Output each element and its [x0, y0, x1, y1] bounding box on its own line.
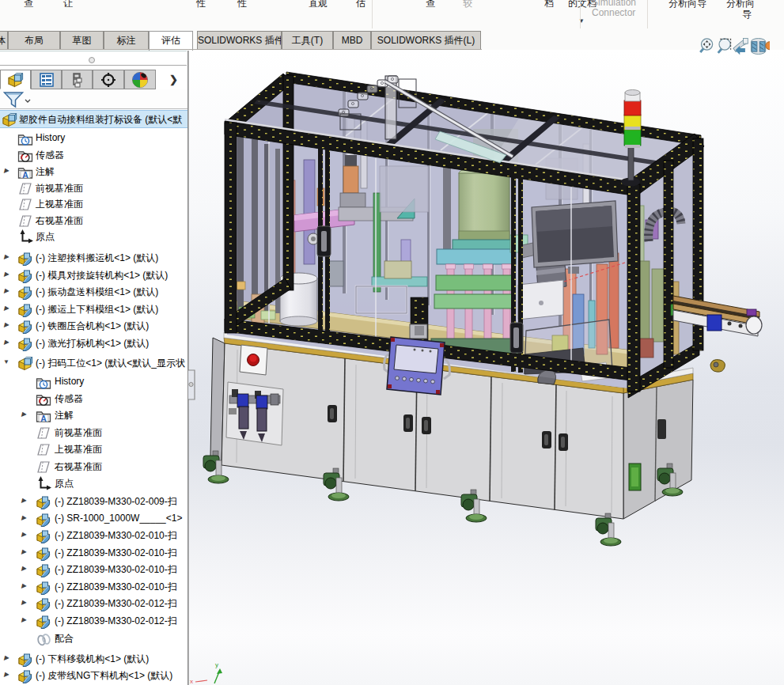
svg-text:y: y	[215, 661, 218, 668]
svg-text:x: x	[190, 678, 193, 685]
